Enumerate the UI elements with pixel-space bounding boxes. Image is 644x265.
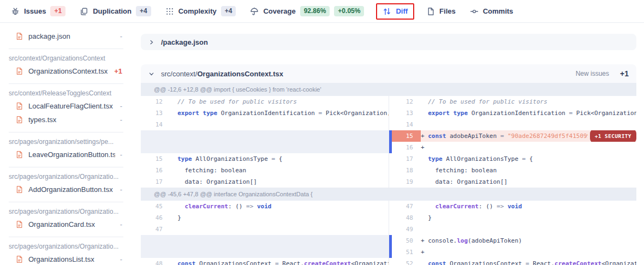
bug-icon xyxy=(11,7,20,16)
code-text: data: Organization[] xyxy=(421,176,508,188)
code-line: clearCurrent: () => void xyxy=(421,201,636,212)
hunk-header: @@ -12,6 +12,8 @@ import { useCookies } … xyxy=(141,83,636,96)
file-issue-badge: - xyxy=(120,220,122,228)
tab-label: Issues xyxy=(24,7,46,15)
line-number: 18 xyxy=(389,165,421,176)
line-number: 15 xyxy=(389,130,421,142)
diff-right-cell: 19 data: Organization[] xyxy=(389,176,636,188)
diff-left-cell: 14 xyxy=(141,119,389,130)
diff-row: 45 clearCurrent: () => void47 clearCurre… xyxy=(141,201,636,212)
line-number: 48 xyxy=(141,258,170,265)
sidebar-file-localfeatureflagclient-tsx[interactable]: LocalFeatureFlagClient.tsx- xyxy=(9,99,124,113)
sidebar-file-addorganizationbutton-tsx[interactable]: AddOrganizationButton.tsx- xyxy=(9,183,124,196)
tab-label: Duplication xyxy=(93,7,132,15)
line-number: 48 xyxy=(389,212,421,224)
tab-badge: +4 xyxy=(221,6,236,16)
diff-right-cell: 18 fetching: boolean xyxy=(389,165,636,176)
code-text: + xyxy=(421,142,425,153)
diff-left-cell xyxy=(141,130,389,142)
sidebar-file-types-tsx[interactable]: types.tsx- xyxy=(9,113,124,127)
tab-issues[interactable]: Issues+1 xyxy=(11,6,65,16)
diff-row: 46 }48 } xyxy=(141,212,636,224)
code-text: type AllOrganizationsType = { xyxy=(170,153,282,165)
files-icon xyxy=(426,7,435,16)
tab-commits[interactable]: Commits xyxy=(470,7,514,16)
code-line: + xyxy=(421,142,636,153)
line-number: 14 xyxy=(141,119,170,130)
code-line: fetching: boolean xyxy=(421,165,636,176)
security-issue-badge[interactable]: +1 SECURITY xyxy=(590,130,636,142)
code-text: export type OrganizationIdentification =… xyxy=(421,107,636,119)
group-divider xyxy=(9,83,123,84)
code-text: // To be used for public visitors xyxy=(170,96,297,107)
chevron-down-icon[interactable] xyxy=(148,71,154,77)
sidebar-file-organizationcard-tsx[interactable]: OrganizationCard.tsx- xyxy=(9,218,124,231)
diff-right-cell: 51+ xyxy=(389,246,636,258)
code-text: + const adobeApiToken = "90ade2687249df5… xyxy=(421,130,588,142)
diff-row: 4749 xyxy=(141,224,636,235)
file-issue-badge: - xyxy=(120,102,122,110)
diff-row: 17 data: Organization[]19 data: Organiza… xyxy=(141,176,636,188)
file-group-header: src/pages/organizations/Organizatio... xyxy=(9,173,124,180)
sidebar-file-organizationslist-tsx[interactable]: OrganizationsList.tsx- xyxy=(9,252,124,265)
code-text: export type OrganizationIdentification =… xyxy=(170,107,389,119)
tab-complexity[interactable]: Complexity+4 xyxy=(165,6,236,16)
diff-row: 16 fetching: boolean18 fetching: boolean xyxy=(141,165,636,176)
diff-right-cell: 49 xyxy=(389,224,636,235)
file-name: LeaveOrganizationButton.tsx xyxy=(28,150,115,159)
collapsed-file-bar[interactable]: /package.json xyxy=(141,34,636,50)
file-name: OrganizationsContext.tsx xyxy=(28,67,109,75)
new-issues-label: New issues xyxy=(576,70,609,77)
tab-coverage[interactable]: Coverage92.86%+0.05% xyxy=(250,6,364,16)
file-name: types.tsx xyxy=(28,116,115,124)
group-divider xyxy=(9,167,123,167)
file-issue-badge: - xyxy=(120,255,122,263)
file-name: package.json xyxy=(28,32,115,40)
hunk-header: @@ -45,6 +47,8 @@ interface Organization… xyxy=(141,188,636,201)
diff-right-cell: 13 export type OrganizationIdentificatio… xyxy=(389,107,636,119)
code-line: type AllOrganizationsType = { xyxy=(421,153,636,165)
diff-row: 16+ xyxy=(141,142,636,153)
sidebar-file-package-json[interactable]: package.json- xyxy=(9,29,124,43)
tab-badge: 92.86% xyxy=(300,6,330,16)
main-content: /package.json src/context/OrganizationsC… xyxy=(131,23,644,265)
file-modified-icon xyxy=(15,255,23,263)
code-text: fetching: boolean xyxy=(421,165,497,176)
code-line: fetching: boolean xyxy=(170,165,389,176)
diff-row: 12 // To be used for public visitors12 /… xyxy=(141,96,636,107)
diff-right-cell: 14 xyxy=(389,119,636,130)
code-text: data: Organization[] xyxy=(170,176,257,188)
tab-files[interactable]: Files xyxy=(426,7,456,16)
line-number: 12 xyxy=(389,96,421,107)
file-modified-icon xyxy=(15,150,23,159)
code-text: } xyxy=(421,212,432,224)
diff-panel: src/context/OrganizationsContext.tsx New… xyxy=(141,64,636,265)
tab-duplication[interactable]: Duplication+4 xyxy=(80,6,151,16)
sidebar-file-organizationscontext-tsx[interactable]: OrganizationsContext.tsx+1 xyxy=(9,64,124,78)
line-number: 50 xyxy=(389,235,421,246)
code-text: clearCurrent: () => void xyxy=(421,201,522,212)
line-number: 17 xyxy=(389,153,421,165)
diff-row: 1414 xyxy=(141,119,636,130)
tab-diff[interactable]: Diff xyxy=(376,3,414,20)
code-text: fetching: boolean xyxy=(170,165,246,176)
diff-left-cell: 12 // To be used for public visitors xyxy=(141,96,389,107)
file-modified-icon xyxy=(15,185,23,194)
file-modified-icon xyxy=(15,32,23,40)
diff-icon xyxy=(383,7,391,16)
file-group-header: src/context/OrganizationsContext xyxy=(9,55,124,62)
new-issues-count: +1 xyxy=(620,69,629,78)
code-line xyxy=(421,119,636,130)
code-text: + console.log(adobeApiToken) xyxy=(421,235,522,246)
code-line: // To be used for public visitors xyxy=(170,96,389,107)
line-number: 17 xyxy=(141,176,170,188)
chevron-right-icon[interactable] xyxy=(148,39,154,45)
group-divider xyxy=(9,49,123,49)
file-group-header: src/pages/organization/settings/pe... xyxy=(9,138,124,146)
diff-panel-header[interactable]: src/context/OrganizationsContext.tsx New… xyxy=(141,64,636,83)
collapsed-file-path: /package.json xyxy=(161,38,208,46)
sidebar-file-leaveorganizationbutton-tsx[interactable]: LeaveOrganizationButton.tsx- xyxy=(9,148,124,161)
line-number: 16 xyxy=(389,142,421,153)
file-tree-sidebar: package.json-src/context/OrganizationsCo… xyxy=(0,23,131,265)
code-text: + xyxy=(421,246,425,258)
